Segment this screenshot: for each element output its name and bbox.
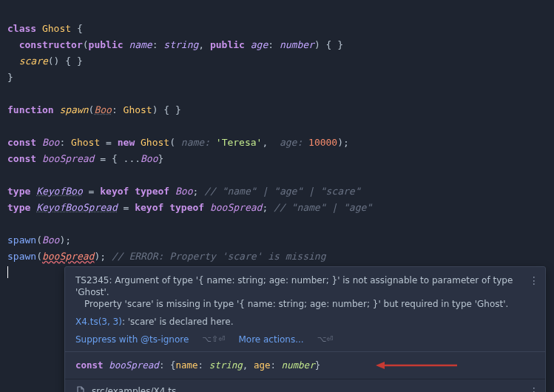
- blank-line: [7, 121, 13, 132]
- code-line: class Ghost {: [7, 23, 83, 34]
- blank-line: [7, 218, 13, 229]
- file-path: src/examples/X4.ts: [92, 385, 176, 392]
- blank-line: [7, 169, 13, 180]
- arrow-icon: [376, 361, 457, 370]
- signature-row: const booSpread: {name: string, age: num…: [65, 351, 545, 379]
- kbd-hint: ⌥⇧⏎: [202, 334, 225, 345]
- code-line: constructor(public name: string, public …: [7, 39, 343, 50]
- error-popup: ⋮ TS2345: Argument of type '{ name: stri…: [64, 266, 546, 392]
- more-icon[interactable]: ⋮: [529, 385, 539, 392]
- code-line: type KeyofBoo = keyof typeof Boo; // "na…: [7, 186, 360, 197]
- source-link[interactable]: X4.ts(3, 3): [75, 317, 122, 327]
- code-line: function spawn(Boo: Ghost) { }: [7, 104, 181, 115]
- more-actions-link[interactable]: More actions...: [238, 334, 303, 345]
- file-icon: [75, 386, 86, 392]
- file-row[interactable]: src/examples/X4.ts ⋮: [65, 379, 545, 392]
- code-line: }: [7, 72, 13, 83]
- more-icon[interactable]: ⋮: [529, 274, 539, 286]
- popup-actions: Suppress with @ts-ignore ⌥⇧⏎ More action…: [75, 334, 535, 345]
- code-line: spawn(Boo);: [7, 234, 71, 246]
- code-editor[interactable]: class Ghost { constructor(public name: s…: [0, 0, 554, 285]
- error-detail: Property 'scare' is missing in type '{ n…: [75, 298, 535, 310]
- class-name: Ghost: [42, 23, 71, 34]
- code-line: const Boo: Ghost = new Ghost( name: 'Ter…: [7, 137, 349, 148]
- popup-body: ⋮ TS2345: Argument of type '{ name: stri…: [65, 267, 545, 351]
- code-line: spawn(booSpread); // ERROR: Property 'sc…: [7, 251, 326, 262]
- keyword-class: class: [7, 23, 36, 34]
- error-argument[interactable]: booSpread: [42, 251, 94, 262]
- blank-line: [7, 88, 13, 99]
- keyword-constructor: constructor: [19, 39, 83, 50]
- svg-marker-1: [376, 362, 385, 369]
- code-line: type KeyofBooSpread = keyof typeof booSp…: [7, 202, 372, 213]
- suppress-link[interactable]: Suppress with @ts-ignore: [75, 334, 189, 345]
- kbd-hint: ⌥⏎: [317, 334, 334, 345]
- declared-here: X4.ts(3, 3): 'scare' is declared here.: [75, 316, 535, 328]
- code-line: scare() { }: [7, 55, 83, 67]
- caret: [7, 266, 8, 278]
- code-line: const booSpread = { ...Boo}: [7, 153, 163, 164]
- error-message: TS2345: Argument of type '{ name: string…: [75, 274, 535, 298]
